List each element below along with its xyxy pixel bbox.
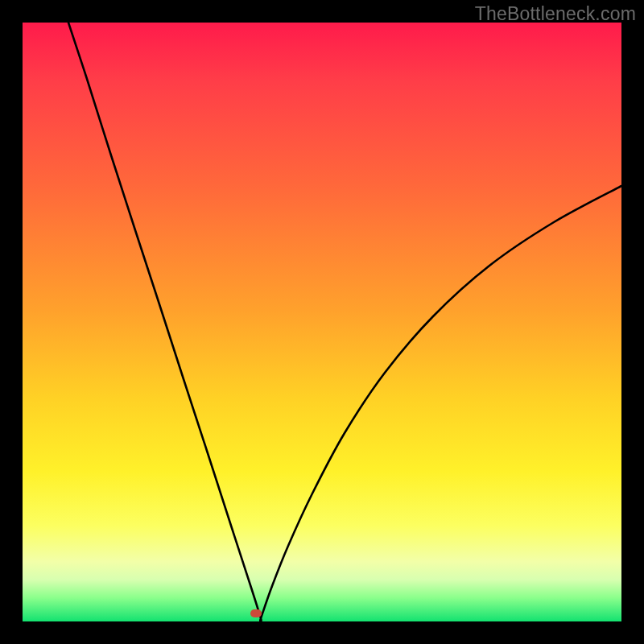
plot-area [23, 23, 621, 621]
bottleneck-curve [23, 23, 621, 621]
watermark-text: TheBottleneck.com [475, 3, 636, 25]
vertex-marker [250, 609, 262, 617]
chart-frame: TheBottleneck.com [0, 0, 644, 644]
